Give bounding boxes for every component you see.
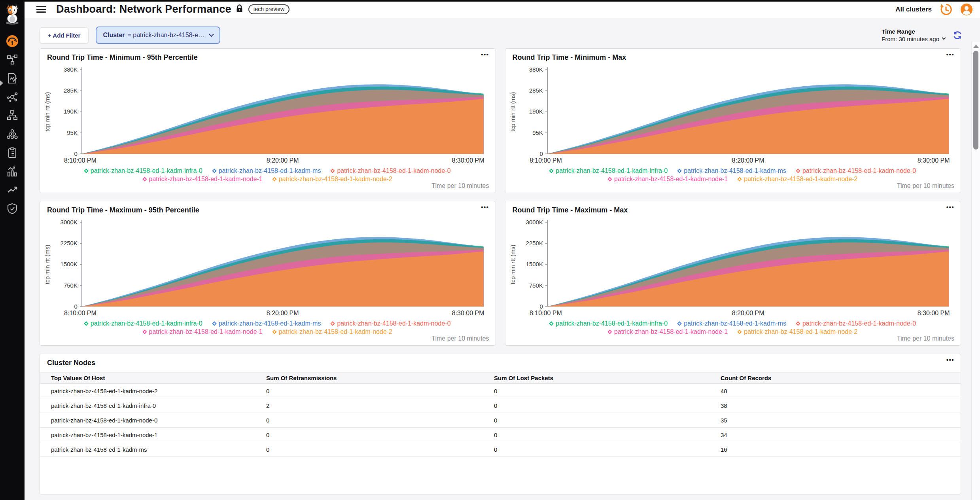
legend-label: patrick-zhan-bz-4158-ed-1-kadm-node-0 [337, 167, 450, 174]
cluster-nodes-panel: Cluster Nodes ••• Top Values Of HostSum … [40, 354, 961, 494]
legend-marker-icon [331, 321, 335, 326]
svg-text:tcp min rtt (ms): tcp min rtt (ms) [44, 92, 51, 132]
svg-text:8:30:00 PM: 8:30:00 PM [452, 310, 484, 316]
table-column-header: Sum Of Retransmissions [266, 375, 494, 381]
all-clusters-link[interactable]: All clusters [895, 6, 932, 13]
topology-icon [7, 54, 18, 65]
table-cell: patrick-zhan-bz-4158-ed-1-kadm-node-0 [40, 417, 266, 424]
table-cell: 0 [266, 432, 494, 438]
panel-options-button[interactable]: ••• [946, 356, 954, 363]
chart-legend: patrick-zhan-bz-4158-ed-1-kadm-infra-0pa… [40, 320, 496, 335]
sidebar-item-clipboard[interactable] [0, 143, 25, 162]
legend-item[interactable]: patrick-zhan-bz-4158-ed-1-kadm-infra-0 [85, 167, 202, 174]
area-chart[interactable]: 380K285K190K95K0tcp min rtt (ms)8:10:00 … [508, 64, 956, 167]
sidebar-item-trend[interactable] [0, 180, 25, 199]
legend-item[interactable]: patrick-zhan-bz-4158-ed-1-kadm-infra-0 [550, 167, 668, 174]
legend-item[interactable]: patrick-zhan-bz-4158-ed-1-kadm-ms [213, 320, 321, 327]
history-icon[interactable] [940, 3, 952, 16]
legend-item[interactable]: patrick-zhan-bz-4158-ed-1-kadm-node-2 [738, 176, 857, 183]
chart-legend: patrick-zhan-bz-4158-ed-1-kadm-infra-0pa… [505, 320, 961, 335]
svg-text:1500K: 1500K [61, 261, 78, 268]
svg-text:0: 0 [74, 150, 78, 157]
security-shield-icon [7, 203, 18, 214]
page-title: Dashboard: Network Performance [56, 3, 231, 15]
panel-options-button[interactable]: ••• [946, 204, 954, 210]
panel-options-button[interactable]: ••• [946, 51, 954, 58]
legend-label: patrick-zhan-bz-4158-ed-1-kadm-node-2 [279, 176, 392, 183]
top-header: Dashboard: Network Performance tech prev… [25, 0, 980, 19]
legend-marker-icon [738, 177, 742, 181]
legend-item[interactable]: patrick-zhan-bz-4158-ed-1-kadm-node-1 [608, 328, 728, 335]
menu-toggle-button[interactable] [36, 6, 46, 13]
svg-text:750K: 750K [64, 282, 78, 289]
sitemap-icon [7, 110, 18, 121]
legend-marker-icon [331, 169, 335, 173]
table-cell: 16 [721, 446, 961, 453]
scroll-up-arrow[interactable] [973, 45, 979, 48]
sidebar-item-topology[interactable] [0, 50, 25, 69]
sidebar-item-report[interactable] [0, 69, 25, 87]
legend-item[interactable]: patrick-zhan-bz-4158-ed-1-kadm-node-0 [796, 320, 916, 327]
panel-title: Round Trip Time - Minimum - 95th Percent… [47, 53, 198, 62]
user-avatar[interactable] [960, 3, 973, 16]
table-cell: 0 [266, 446, 494, 453]
cluster-filter-chip[interactable]: Cluster = patrick-zhan-bz-4158-e… [96, 27, 220, 44]
legend-label: patrick-zhan-bz-4158-ed-1-kadm-node-1 [614, 328, 728, 335]
chart-panel-min-max: Round Trip Time - Minimum - Max ••• 380K… [505, 48, 961, 193]
legend-item[interactable]: patrick-zhan-bz-4158-ed-1-kadm-ms [213, 167, 321, 174]
legend-item[interactable]: patrick-zhan-bz-4158-ed-1-kadm-node-0 [331, 167, 450, 174]
area-chart[interactable]: 3000K2250K1500K750K0tcp min rtt (ms)8:10… [42, 216, 491, 319]
legend-item[interactable]: patrick-zhan-bz-4158-ed-1-kadm-infra-0 [85, 320, 202, 327]
top-strip [0, 0, 980, 2]
table-row: patrick-zhan-bz-4158-ed-1-kadm-node-1003… [40, 428, 961, 442]
legend-item[interactable]: patrick-zhan-bz-4158-ed-1-kadm-ms [678, 167, 786, 174]
table-row: patrick-zhan-bz-4158-ed-1-kadm-node-0003… [40, 413, 961, 428]
sidebar-item-security[interactable] [0, 199, 25, 218]
legend-label: patrick-zhan-bz-4158-ed-1-kadm-node-0 [337, 320, 450, 327]
panel-options-button[interactable]: ••• [481, 51, 489, 58]
scrollbar-thumb[interactable] [973, 51, 978, 150]
svg-text:95K: 95K [532, 129, 543, 136]
area-chart[interactable]: 3000K2250K1500K750K0tcp min rtt (ms)8:10… [508, 216, 956, 319]
panel-options-button[interactable]: ••• [481, 204, 489, 210]
legend-marker-icon [607, 177, 612, 181]
chevron-down-icon [209, 32, 214, 37]
refresh-icon[interactable] [952, 30, 963, 40]
legend-item[interactable]: patrick-zhan-bz-4158-ed-1-kadm-node-1 [608, 176, 728, 183]
legend-marker-icon [84, 169, 88, 173]
sidebar-item-sitemap[interactable] [0, 106, 25, 125]
legend-item[interactable]: patrick-zhan-bz-4158-ed-1-kadm-node-0 [331, 320, 450, 327]
legend-marker-icon [84, 321, 88, 326]
add-filter-button[interactable]: + Add Filter [40, 27, 89, 44]
legend-item[interactable]: patrick-zhan-bz-4158-ed-1-kadm-node-1 [143, 176, 263, 183]
legend-marker-icon [738, 330, 742, 334]
sidebar-item-cluster-group[interactable] [0, 125, 25, 143]
table-cell: 34 [721, 432, 961, 438]
legend-item[interactable]: patrick-zhan-bz-4158-ed-1-kadm-node-2 [738, 328, 857, 335]
table-column-header: Top Values Of Host [40, 375, 266, 381]
legend-item[interactable]: patrick-zhan-bz-4158-ed-1-kadm-node-2 [273, 328, 392, 335]
time-range-from-dropdown[interactable]: From: 30 minutes ago [882, 36, 945, 42]
svg-text:3000K: 3000K [61, 219, 78, 225]
table-column-header: Sum Of Lost Packets [494, 375, 721, 381]
filter-value-label: = patrick-zhan-bz-4158-e… [128, 32, 204, 39]
svg-text:8:30:00 PM: 8:30:00 PM [917, 310, 950, 316]
sidebar-item-statistics[interactable] [0, 162, 25, 180]
area-chart[interactable]: 380K285K190K95K0tcp min rtt (ms)8:10:00 … [42, 64, 491, 167]
legend-item[interactable]: patrick-zhan-bz-4158-ed-1-kadm-infra-0 [550, 320, 668, 327]
chart-legend: patrick-zhan-bz-4158-ed-1-kadm-infra-0pa… [505, 167, 961, 183]
svg-text:380K: 380K [64, 66, 78, 73]
legend-label: patrick-zhan-bz-4158-ed-1-kadm-infra-0 [91, 320, 202, 327]
legend-item[interactable]: patrick-zhan-bz-4158-ed-1-kadm-node-1 [143, 328, 263, 335]
svg-text:8:10:00 PM: 8:10:00 PM [64, 310, 96, 316]
cat-logo[interactable] [4, 4, 21, 26]
sidebar-item-dashboard[interactable] [0, 32, 25, 50]
legend-item[interactable]: patrick-zhan-bz-4158-ed-1-kadm-node-0 [796, 167, 916, 174]
svg-text:0: 0 [539, 150, 543, 157]
sidebar-item-share-graph[interactable] [0, 87, 25, 106]
svg-text:95K: 95K [67, 129, 78, 136]
legend-item[interactable]: patrick-zhan-bz-4158-ed-1-kadm-ms [678, 320, 786, 327]
legend-label: patrick-zhan-bz-4158-ed-1-kadm-node-1 [149, 328, 263, 335]
lock-icon [236, 4, 243, 15]
legend-item[interactable]: patrick-zhan-bz-4158-ed-1-kadm-node-2 [273, 176, 392, 183]
